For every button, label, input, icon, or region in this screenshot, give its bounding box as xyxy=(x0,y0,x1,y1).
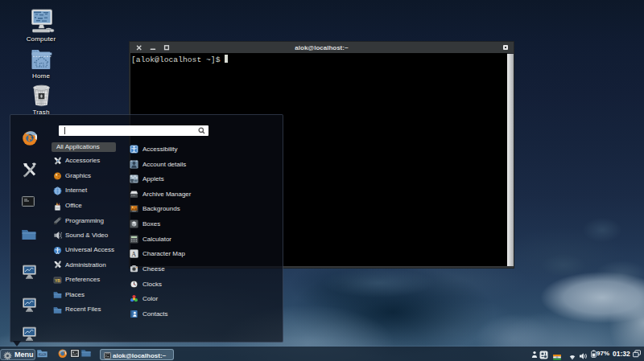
svg-text:A: A xyxy=(131,251,136,258)
svg-text:YB: YB xyxy=(55,277,60,282)
